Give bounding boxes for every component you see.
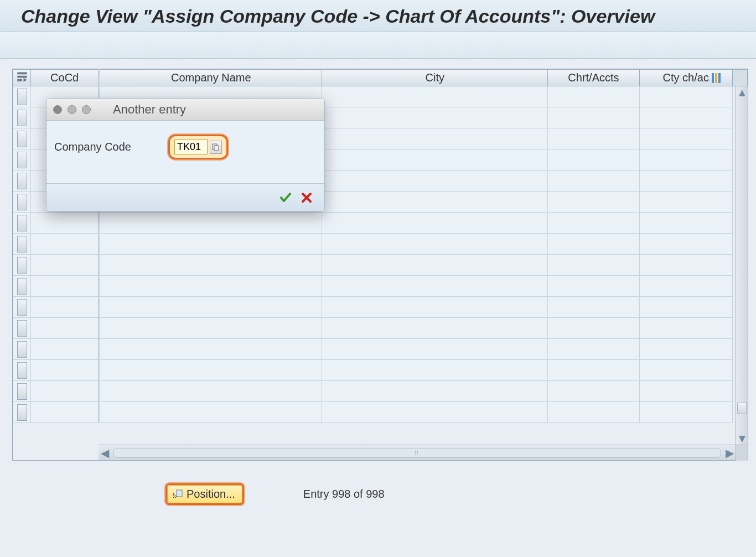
scroll-down-icon[interactable]: ▼: [736, 432, 748, 445]
table-cell[interactable]: [31, 234, 100, 255]
table-cell[interactable]: [639, 234, 732, 255]
table-cell[interactable]: [322, 107, 548, 128]
close-window-icon[interactable]: [53, 105, 62, 114]
hscroll-track[interactable]: ⠿: [113, 448, 721, 458]
table-cell[interactable]: [639, 213, 732, 234]
table-cell[interactable]: [548, 381, 640, 402]
row-selector[interactable]: [13, 318, 31, 339]
row-selector[interactable]: [13, 276, 31, 297]
row-selector[interactable]: [13, 339, 31, 360]
table-cell[interactable]: [31, 213, 100, 234]
table-cell[interactable]: [639, 86, 732, 107]
table-cell[interactable]: [639, 276, 732, 297]
table-cell[interactable]: [548, 213, 640, 234]
table-settings-icon[interactable]: [711, 72, 721, 84]
table-row[interactable]: [13, 213, 748, 234]
table-cell[interactable]: [322, 318, 548, 339]
row-selector-handle[interactable]: [17, 383, 27, 400]
table-cell[interactable]: [639, 149, 732, 171]
table-cell[interactable]: [31, 339, 100, 360]
row-selector-handle[interactable]: [17, 362, 27, 379]
table-cell[interactable]: [99, 255, 322, 276]
table-cell[interactable]: [322, 128, 548, 149]
table-cell[interactable]: [322, 339, 548, 360]
row-selector[interactable]: [13, 213, 31, 234]
table-cell[interactable]: [322, 255, 548, 276]
row-selector-handle[interactable]: [17, 320, 27, 337]
table-cell[interactable]: [99, 213, 322, 234]
table-cell[interactable]: [322, 86, 548, 107]
row-selector[interactable]: [13, 381, 31, 402]
table-cell[interactable]: [31, 318, 100, 339]
table-cell[interactable]: [322, 192, 548, 213]
minimize-window-icon[interactable]: [68, 105, 76, 114]
table-cell[interactable]: [322, 234, 548, 255]
scroll-left-icon[interactable]: ◀: [99, 447, 111, 459]
table-cell[interactable]: [639, 402, 732, 423]
position-button[interactable]: Position...: [167, 485, 242, 503]
table-row[interactable]: [13, 276, 748, 297]
col-chrt-accts[interactable]: Chrt/Accts: [548, 70, 640, 86]
row-selector-handle[interactable]: [17, 299, 27, 316]
table-cell[interactable]: [322, 276, 548, 297]
table-cell[interactable]: [639, 192, 732, 213]
row-selector[interactable]: [13, 360, 31, 381]
col-cty-ch-ac[interactable]: Cty ch/ac: [639, 70, 732, 86]
row-selector[interactable]: [13, 149, 31, 171]
row-selector[interactable]: [13, 192, 31, 213]
table-cell[interactable]: [31, 360, 100, 381]
table-cell[interactable]: [99, 381, 322, 402]
col-company-name[interactable]: Company Name: [99, 70, 322, 86]
row-selector[interactable]: [13, 128, 31, 149]
table-row[interactable]: [13, 297, 748, 318]
row-selector-handle[interactable]: [17, 131, 27, 147]
col-cocd[interactable]: CoCd: [31, 70, 100, 86]
table-cell[interactable]: [548, 149, 640, 171]
value-help-button[interactable]: [210, 141, 222, 154]
scroll-up-icon[interactable]: ▲: [736, 86, 748, 99]
table-cell[interactable]: [548, 360, 640, 381]
row-selector[interactable]: [13, 297, 31, 318]
dialog-titlebar[interactable]: Another entry: [46, 99, 324, 121]
table-cell[interactable]: [639, 171, 732, 192]
table-cell[interactable]: [548, 339, 640, 360]
select-all-corner[interactable]: [13, 70, 31, 86]
table-row[interactable]: [13, 234, 748, 255]
row-selector[interactable]: [13, 86, 31, 107]
table-cell[interactable]: [639, 339, 732, 360]
zoom-window-icon[interactable]: [82, 105, 91, 114]
table-cell[interactable]: [99, 297, 322, 318]
table-cell[interactable]: [548, 192, 640, 213]
table-cell[interactable]: [99, 276, 322, 297]
table-cell[interactable]: [639, 107, 732, 128]
cancel-button[interactable]: [299, 190, 314, 205]
table-cell[interactable]: [99, 234, 322, 255]
table-row[interactable]: [13, 381, 748, 402]
table-cell[interactable]: [99, 402, 322, 423]
table-row[interactable]: [13, 402, 748, 423]
row-selector-handle[interactable]: [17, 152, 27, 168]
row-selector[interactable]: [13, 402, 31, 423]
table-cell[interactable]: [548, 255, 640, 276]
table-cell[interactable]: [639, 318, 732, 339]
row-selector-handle[interactable]: [17, 341, 27, 358]
table-cell[interactable]: [548, 171, 640, 192]
row-selector[interactable]: [13, 171, 31, 192]
table-row[interactable]: [13, 318, 748, 339]
vscroll-thumb[interactable]: [737, 402, 747, 414]
scroll-right-icon[interactable]: ▶: [723, 447, 736, 459]
table-cell[interactable]: [548, 107, 640, 128]
horizontal-scrollbar[interactable]: ◀ ⠿ ▶: [99, 445, 748, 460]
col-city[interactable]: City: [322, 70, 548, 86]
table-cell[interactable]: [548, 297, 640, 318]
table-cell[interactable]: [99, 360, 322, 381]
row-selector-handle[interactable]: [17, 404, 27, 421]
row-selector-handle[interactable]: [17, 236, 27, 252]
table-cell[interactable]: [322, 213, 548, 234]
continue-button[interactable]: [278, 190, 293, 205]
table-cell[interactable]: [322, 381, 548, 402]
row-selector-handle[interactable]: [17, 110, 27, 126]
table-cell[interactable]: [322, 360, 548, 381]
row-selector[interactable]: [13, 234, 31, 255]
table-cell[interactable]: [322, 402, 548, 423]
